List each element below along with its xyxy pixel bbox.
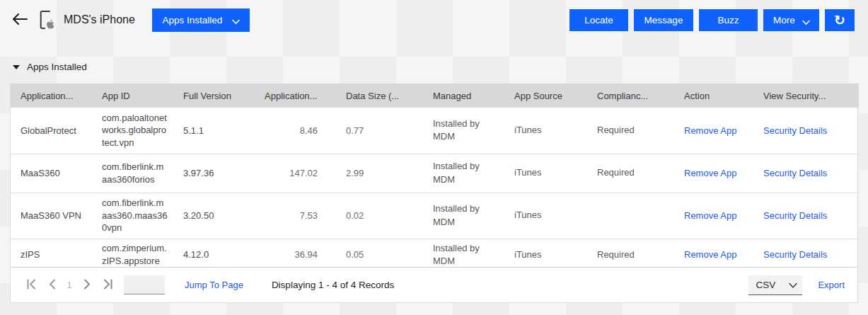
app-size: 147.02: [255, 154, 336, 193]
page-title: MDS's iPhone: [64, 13, 135, 26]
full-version: 4.12.0: [173, 239, 255, 270]
apps-installed-section-toggle[interactable]: Apps Installed: [13, 62, 87, 72]
full-version: 3.20.50: [173, 193, 255, 239]
table-row: MaaS360 com.fiberlink.maas360forios 3.97…: [11, 154, 859, 193]
remove-app-link[interactable]: Remove App: [684, 168, 736, 178]
table-footer: 1 Jump To Page Displaying 1 - 4 of 4 Rec…: [11, 267, 857, 302]
apps-table: Application... App ID Full Version Appli…: [11, 84, 859, 270]
refresh-icon: ↻: [834, 12, 845, 28]
remove-app-link[interactable]: Remove App: [684, 249, 736, 260]
full-version: 3.97.36: [173, 154, 255, 193]
top-bar: MDS's iPhone Apps Installed Locate Messa…: [0, 0, 868, 40]
col-header-compliance[interactable]: Complianc...: [587, 84, 674, 108]
data-size: 0.77: [336, 108, 423, 154]
security-details-link[interactable]: Security Details: [763, 210, 827, 221]
col-header-managed[interactable]: Managed: [423, 84, 504, 108]
app-id: com.zimperium.zIPS.appstore: [92, 239, 173, 270]
security-details-link[interactable]: Security Details: [763, 168, 827, 178]
compliance: Required: [587, 239, 674, 270]
chevron-down-icon: [802, 17, 809, 24]
previous-page-button[interactable]: [44, 277, 59, 293]
message-button[interactable]: Message: [634, 9, 693, 31]
app-source: iTunes: [504, 239, 587, 270]
security-details-link[interactable]: Security Details: [763, 249, 827, 260]
app-name: GlobalProtect: [11, 108, 92, 154]
app-id: com.paloaltonetworks.globalprotect.vpn: [92, 108, 173, 154]
last-page-button[interactable]: [100, 277, 115, 293]
app-source: iTunes: [504, 193, 587, 239]
col-header-app-source[interactable]: App Source: [504, 84, 587, 108]
app-name: MaaS360 VPN: [11, 193, 92, 239]
first-page-button[interactable]: [23, 277, 39, 293]
chevron-left-icon: [47, 278, 57, 292]
data-size: 2.99: [336, 154, 423, 193]
compliance: [587, 193, 674, 239]
current-page-number[interactable]: 1: [64, 280, 74, 290]
jump-to-page-link[interactable]: Jump To Page: [185, 280, 243, 290]
col-header-app-id[interactable]: App ID: [92, 84, 173, 108]
chevron-down-icon: [232, 16, 239, 23]
device-actions: Locate Message Buzz More ↻: [569, 9, 855, 31]
buzz-button[interactable]: Buzz: [699, 9, 758, 31]
table-row: MaaS360 VPN com.fiberlink.maas360.maas36…: [11, 193, 859, 239]
managed-status: Installed by MDM: [423, 154, 504, 193]
col-header-view-security[interactable]: View Security...: [753, 84, 859, 108]
compliance: Required: [587, 108, 674, 154]
more-label: More: [773, 15, 795, 25]
app-source: iTunes: [504, 108, 587, 154]
jump-to-page-input[interactable]: [124, 275, 165, 294]
back-arrow-icon: [12, 13, 28, 27]
app-id: com.fiberlink.maas360.maas360vpn: [92, 193, 173, 239]
export-link[interactable]: Export: [818, 280, 845, 290]
app-id: com.fiberlink.maas360forios: [92, 154, 173, 193]
col-header-application-size[interactable]: Application...: [255, 84, 336, 108]
caret-down-icon: [13, 65, 20, 69]
refresh-button[interactable]: ↻: [825, 9, 855, 31]
col-header-full-version[interactable]: Full Version: [173, 84, 255, 108]
apps-table-card: Application... App ID Full Version Appli…: [10, 84, 858, 303]
col-header-application-name[interactable]: Application...: [11, 84, 92, 108]
next-page-button[interactable]: [79, 277, 95, 293]
managed-status: Installed by MDM: [423, 108, 504, 154]
table-header-row: Application... App ID Full Version Appli…: [11, 84, 859, 108]
table-row: zIPS com.zimperium.zIPS.appstore 4.12.0 …: [11, 239, 859, 270]
app-name: zIPS: [11, 239, 92, 270]
iphone-device-icon: [35, 8, 57, 31]
managed-status: Installed by MDM: [423, 193, 504, 239]
export-format-select[interactable]: CSV: [748, 275, 802, 295]
compliance: Required: [587, 154, 674, 193]
col-header-data-size[interactable]: Data Size (...: [336, 84, 423, 108]
remove-app-link[interactable]: Remove App: [684, 210, 736, 221]
chevron-right-icon: [83, 278, 92, 292]
data-size: 0.05: [336, 239, 423, 270]
table-row: GlobalProtect com.paloaltonetworks.globa…: [11, 108, 859, 154]
app-size: 7.53: [255, 193, 336, 239]
app-size: 36.94: [255, 239, 336, 270]
records-summary: Displaying 1 - 4 of 4 Records: [272, 280, 394, 290]
locate-button[interactable]: Locate: [569, 9, 628, 31]
security-details-link[interactable]: Security Details: [763, 125, 827, 136]
last-page-icon: [102, 278, 114, 292]
view-selector-label: Apps Installed: [162, 15, 222, 25]
remove-app-link[interactable]: Remove App: [684, 125, 736, 136]
section-title: Apps Installed: [27, 62, 87, 72]
full-version: 5.1.1: [173, 108, 255, 154]
back-button[interactable]: [10, 10, 30, 30]
export-controls: CSV Export: [748, 275, 845, 295]
data-size: 0.02: [336, 193, 423, 239]
col-header-action[interactable]: Action: [674, 84, 753, 108]
view-selector-dropdown[interactable]: Apps Installed: [152, 8, 250, 32]
first-page-icon: [25, 278, 37, 292]
app-size: 8.46: [255, 108, 336, 154]
pagination: 1: [23, 277, 115, 293]
more-dropdown-button[interactable]: More: [763, 9, 819, 31]
app-name: MaaS360: [11, 154, 92, 193]
app-source: iTunes: [504, 154, 587, 193]
managed-status: Installed by MDM: [423, 239, 504, 270]
